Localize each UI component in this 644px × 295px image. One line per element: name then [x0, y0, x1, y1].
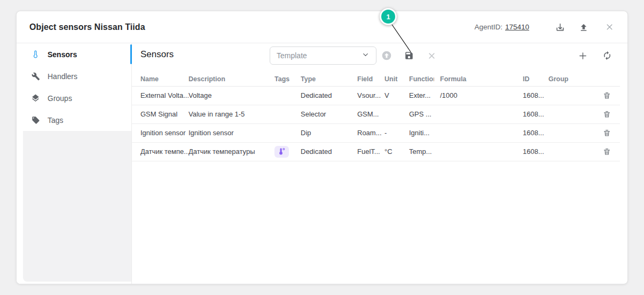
sidebar-item-label: Sensors	[48, 50, 77, 59]
thermometer-icon	[31, 50, 40, 59]
sidebar-item-handlers[interactable]: Handlers	[17, 65, 131, 87]
cell-formula: /1000	[440, 86, 523, 105]
col-unit: Unit	[384, 72, 409, 86]
close-icon[interactable]	[604, 22, 615, 33]
cell-name: Датчик темпе...	[132, 142, 189, 161]
cell-group	[548, 105, 593, 123]
cell-tags	[274, 142, 301, 161]
sensors-table-wrap: Name Description Tags Type Field Unit Fu…	[132, 68, 627, 284]
sensor-row[interactable]: Ignition sensor Ignition sensor Dip Roam…	[132, 123, 620, 142]
sidebar-item-label: Tags	[48, 116, 64, 125]
cell-formula	[440, 142, 523, 161]
sensors-toolbar: Sensors Template	[132, 43, 627, 68]
sensor-row[interactable]: Датчик темпе... Датчик температуры Dedic…	[132, 142, 620, 161]
cell-type: Dedicated	[301, 142, 357, 161]
template-actions	[381, 47, 449, 64]
cell-name: External Volta...	[132, 86, 189, 105]
delete-sensor-icon[interactable]	[603, 91, 611, 100]
cell-field: FuelT...	[357, 142, 384, 161]
sidebar-item-tags[interactable]: Tags	[17, 109, 131, 131]
cell-function: Exter...	[409, 86, 440, 105]
tag-icon	[31, 115, 40, 125]
apply-template-icon[interactable]	[381, 47, 392, 64]
col-formula: Formula	[440, 72, 523, 86]
sidebar-item-label: Handlers	[48, 72, 77, 81]
cell-group	[548, 86, 593, 105]
cell-field: Vsour...	[357, 86, 384, 105]
cell-unit	[384, 105, 409, 123]
cell-unit: °C	[384, 142, 409, 161]
cell-field: GSM...	[357, 105, 384, 123]
sidebar-item-label: Groups	[48, 94, 72, 103]
cell-function: Igniti...	[409, 123, 440, 142]
cell-type: Dedicated	[301, 86, 357, 105]
cell-tags	[274, 123, 301, 142]
sensors-panel: Sensors Template	[132, 43, 627, 284]
cell-field: Roam...	[357, 123, 384, 142]
cell-description: Ignition sensor	[189, 123, 274, 142]
table-header-row: Name Description Tags Type Field Unit Fu…	[132, 72, 620, 86]
sidebar-item-sensors[interactable]: Sensors	[17, 43, 131, 65]
sidebar-filler	[23, 131, 131, 282]
sidebar-item-groups[interactable]: Groups	[17, 87, 131, 109]
col-description: Description	[189, 72, 274, 86]
template-select-value: Template	[277, 51, 362, 60]
cell-description: Value in range 1-5	[189, 105, 274, 123]
cell-group	[548, 123, 593, 142]
cell-function: GPS ...	[409, 105, 440, 123]
cell-id: 1608...	[523, 86, 548, 105]
cell-type: Dip	[301, 123, 357, 142]
temperature-tag-badge	[274, 146, 289, 158]
cell-name: GSM Signal	[132, 105, 189, 123]
cell-id: 1608...	[523, 142, 548, 161]
delete-sensor-icon[interactable]	[603, 110, 611, 119]
delete-sensor-icon[interactable]	[603, 129, 611, 137]
add-sensor-icon[interactable]	[577, 47, 588, 64]
object-sensors-dialog: Object sensors Nissan Tiida AgentID: 175…	[16, 11, 628, 284]
cell-name: Ignition sensor	[132, 123, 189, 142]
cell-id: 1608...	[523, 123, 548, 142]
template-select[interactable]: Template	[270, 46, 376, 65]
sensor-row[interactable]: External Volta... Voltage Dedicated Vsou…	[132, 86, 620, 105]
cell-function: Temp...	[409, 142, 440, 161]
col-function: Function	[409, 72, 440, 86]
layers-icon	[31, 94, 40, 103]
panel-title: Sensors	[140, 49, 174, 60]
cell-formula	[440, 105, 523, 123]
col-tags: Tags	[274, 72, 301, 86]
sidebar: Sensors Handlers Groups Tags	[17, 43, 132, 284]
sensor-row[interactable]: GSM Signal Value in range 1-5 Selector G…	[132, 105, 620, 123]
chevron-down-icon	[362, 51, 370, 61]
dialog-title: Object sensors Nissan Tiida	[29, 22, 145, 32]
cell-description: Voltage	[189, 86, 274, 105]
cell-formula	[440, 123, 523, 142]
col-name: Name	[132, 72, 189, 86]
wrench-icon	[31, 72, 40, 81]
dialog-header-actions: AgentID: 175410	[474, 22, 615, 33]
cell-tags	[274, 105, 301, 123]
agent-id-label: AgentID:	[474, 23, 502, 31]
col-id: ID	[523, 72, 548, 86]
clear-template-icon[interactable]	[426, 47, 437, 64]
col-field: Field	[357, 72, 384, 86]
cell-unit: V	[384, 86, 409, 105]
list-actions	[577, 47, 612, 64]
cell-id: 1608...	[523, 105, 548, 123]
delete-sensor-icon[interactable]	[603, 148, 611, 156]
refresh-icon[interactable]	[602, 47, 612, 64]
dialog-body: Sensors Handlers Groups Tags	[17, 43, 627, 284]
col-group: Group	[548, 72, 593, 86]
download-icon[interactable]	[555, 22, 566, 33]
cell-type: Selector	[301, 105, 357, 123]
sensors-table: Name Description Tags Type Field Unit Fu…	[132, 72, 620, 161]
agent-id-link[interactable]: 175410	[505, 23, 529, 31]
cell-tags	[274, 86, 301, 105]
cell-group	[548, 142, 593, 161]
cell-unit: -	[384, 123, 409, 142]
upload-icon[interactable]	[578, 22, 589, 33]
dialog-header: Object sensors Nissan Tiida AgentID: 175…	[17, 11, 627, 43]
cell-description: Датчик температуры	[189, 142, 274, 161]
col-type: Type	[301, 72, 357, 86]
col-actions	[593, 72, 620, 86]
save-template-icon[interactable]	[404, 47, 414, 64]
